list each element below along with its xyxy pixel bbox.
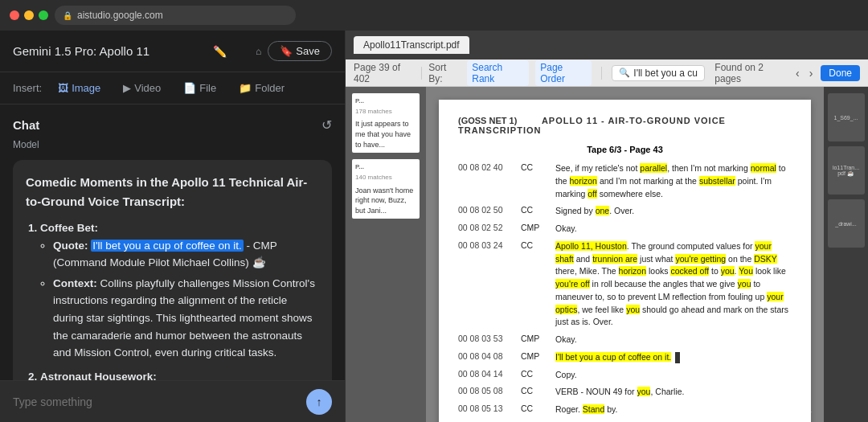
pdf-row-7: 00 08 04 14 CC Copy.	[458, 369, 792, 382]
pdf-sidebar: P... 178 matches It just appears to me t…	[346, 87, 426, 422]
model-label: Model	[13, 139, 332, 150]
maximize-dot[interactable]	[39, 10, 48, 20]
insert-image-button[interactable]: 🖼 Image	[51, 80, 107, 96]
pdf-page: (GOSS NET 1) APOLLO 11 - AIR-TO-GROUND V…	[439, 100, 811, 422]
google-logo: ⌂	[256, 46, 261, 57]
pdf-row-5: 00 08 03 53 CMP Okay.	[458, 334, 792, 346]
far-right-thumb-3[interactable]: _drawi...	[828, 199, 865, 248]
pdf-main: (GOSS NET 1) APOLLO 11 - AIR-TO-GROUND V…	[426, 87, 824, 422]
insert-video-button[interactable]: ▶ Video	[117, 80, 167, 96]
search-rank-button[interactable]: Search Rank	[467, 60, 529, 86]
list-item-1: Coffee Bet: Quote: I'll bet you a cup of…	[40, 219, 319, 362]
sort-by-label: Sort By:	[428, 62, 461, 84]
pdf-search-input[interactable]	[633, 68, 698, 79]
message-list: Coffee Bet: Quote: I'll bet you a cup of…	[26, 219, 319, 380]
video-icon: ▶	[123, 82, 131, 94]
chat-input-bar: ↑	[0, 380, 345, 422]
pdf-tab[interactable]: Apollo11Transcript.pdf	[354, 36, 469, 54]
address-bar[interactable]: 🔒 aistudio.google.com	[55, 6, 296, 25]
gemini-panel: Gemini 1.5 Pro: Apollo 11 ✏️ ⌂ 🔖 Save In…	[0, 31, 346, 422]
send-button[interactable]: ↑	[306, 389, 332, 415]
edit-icon[interactable]: ✏️	[213, 45, 227, 58]
pdf-controls: Page 39 of 402 Sort By: Search Rank Page…	[346, 59, 868, 87]
pdf-row-3: 00 08 02 52 CMP Okay.	[458, 223, 792, 236]
done-button[interactable]: Done	[821, 65, 860, 81]
save-button[interactable]: 🔖 Save	[268, 41, 332, 61]
pdf-row-8: 00 08 05 08 CC VERB - NOUN 49 for you, C…	[458, 386, 792, 399]
pdf-tape-heading: Tape 6/3 - Page 43	[458, 145, 792, 154]
pdf-row-9: 00 08 05 13 CC Roger. Stand by.	[458, 404, 792, 416]
search-icon: 🔍	[619, 68, 630, 78]
highlighted-quote: I'll bet you a cup of coffee on it.	[91, 240, 243, 252]
pdf-panel: Apollo11Transcript.pdf Page 39 of 402 So…	[346, 31, 868, 422]
quote-item-1: Quote: I'll bet you a cup of coffee on i…	[53, 237, 319, 272]
page-order-button[interactable]: Page Order	[535, 60, 592, 86]
pdf-row-2: 00 08 02 50 CC Signed by one. Over.	[458, 205, 792, 218]
chat-area: Chat ↺ Model Comedic Moments in the Apol…	[0, 104, 345, 380]
message-title: Comedic Moments in the Apollo 11 Technic…	[26, 173, 319, 211]
insert-folder-button[interactable]: 📁 Folder	[232, 80, 291, 96]
chat-input[interactable]	[13, 395, 300, 408]
far-right-thumb-2[interactable]: lo11Tran... pdf ☕	[828, 146, 865, 195]
lock-icon: 🔒	[63, 11, 72, 20]
far-right-thumb-1[interactable]: 1_S69_...	[828, 93, 865, 141]
insert-bar: Insert: 🖼 Image ▶ Video 📄 File 📁 Folder	[0, 72, 345, 104]
pdf-search-bar: 🔍	[612, 65, 705, 81]
file-icon: 📄	[183, 82, 196, 94]
next-result-button[interactable]: ›	[808, 67, 815, 80]
pdf-row-4: 00 08 03 24 CC Apollo 11, Houston. The g…	[458, 240, 792, 329]
page-info: Page 39 of 402	[354, 62, 415, 84]
pdf-thumb-2[interactable]: P... 140 matches Joan wasn't home right …	[352, 159, 420, 219]
found-text: Found on 2 pages	[714, 62, 788, 84]
send-icon: ↑	[317, 395, 322, 408]
pdf-row-1: 00 08 02 40 CC See, if my reticle's not …	[458, 162, 792, 200]
pdf-row-key: 00 08 04 08 CMP I'll bet you a cup of co…	[458, 351, 792, 364]
main-content: Gemini 1.5 Pro: Apollo 11 ✏️ ⌂ 🔖 Save In…	[0, 31, 868, 422]
context-item-1: Context: Collins playfully challenges Mi…	[53, 275, 319, 362]
image-icon: 🖼	[58, 82, 68, 94]
minimize-dot[interactable]	[24, 10, 34, 20]
refresh-icon[interactable]: ↺	[321, 117, 332, 133]
gemini-header: Gemini 1.5 Pro: Apollo 11 ✏️ ⌂ 🔖 Save	[0, 31, 345, 72]
list-item-2: Astronaut Housework: Quote: "I've been c…	[40, 368, 319, 380]
gemini-title: Gemini 1.5 Pro: Apollo 11	[13, 44, 207, 58]
folder-icon: 📁	[239, 82, 252, 94]
sublist-1: Quote: I'll bet you a cup of coffee on i…	[40, 237, 319, 362]
insert-label: Insert:	[13, 82, 42, 94]
browser-bar: 🔒 aistudio.google.com	[0, 0, 868, 31]
bookmark-icon: 🔖	[280, 45, 293, 57]
insert-file-button[interactable]: 📄 File	[177, 80, 223, 96]
far-right-panel: 1_S69_... lo11Tran... pdf ☕ _drawi...	[824, 87, 868, 422]
window-controls	[10, 10, 48, 20]
chat-message-box: Comedic Moments in the Apollo 11 Technic…	[13, 160, 332, 380]
chat-heading: Chat	[13, 118, 39, 132]
prev-result-button[interactable]: ‹	[794, 67, 801, 80]
pdf-thumb-1[interactable]: P... 178 matches It just appears to me t…	[352, 93, 420, 153]
url-text: aistudio.google.com	[77, 10, 163, 21]
chat-header-row: Chat ↺	[13, 117, 332, 133]
close-dot[interactable]	[10, 10, 19, 20]
pdf-page-header: (GOSS NET 1) APOLLO 11 - AIR-TO-GROUND V…	[458, 116, 792, 135]
pdf-body: P... 178 matches It just appears to me t…	[346, 87, 868, 422]
pdf-toolbar: Apollo11Transcript.pdf	[346, 31, 868, 59]
